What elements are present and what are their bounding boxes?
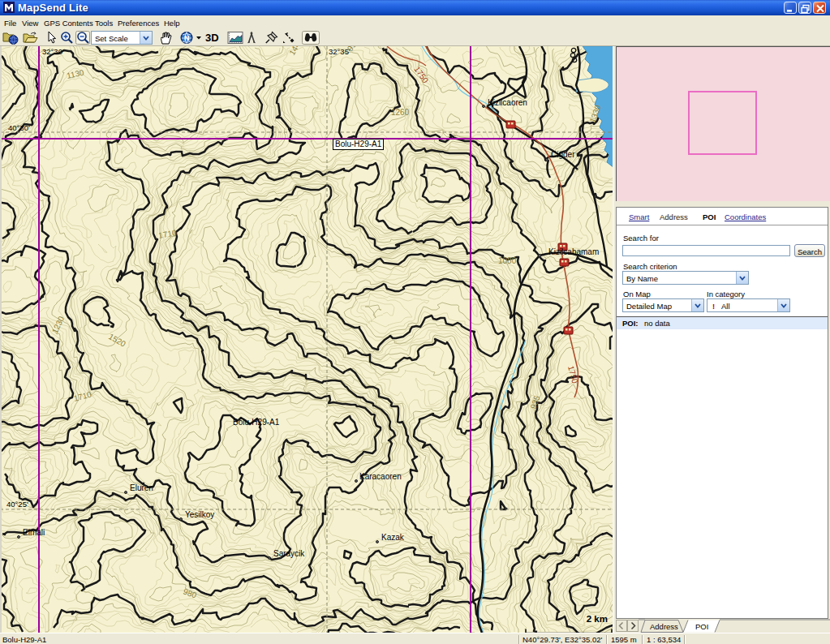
svg-text:1260: 1260 (391, 108, 410, 117)
svg-text:Address: Address (650, 622, 678, 631)
svg-text:1080: 1080 (498, 256, 517, 265)
svg-text:N: N (184, 34, 190, 42)
svg-text:POI: POI (695, 622, 708, 631)
